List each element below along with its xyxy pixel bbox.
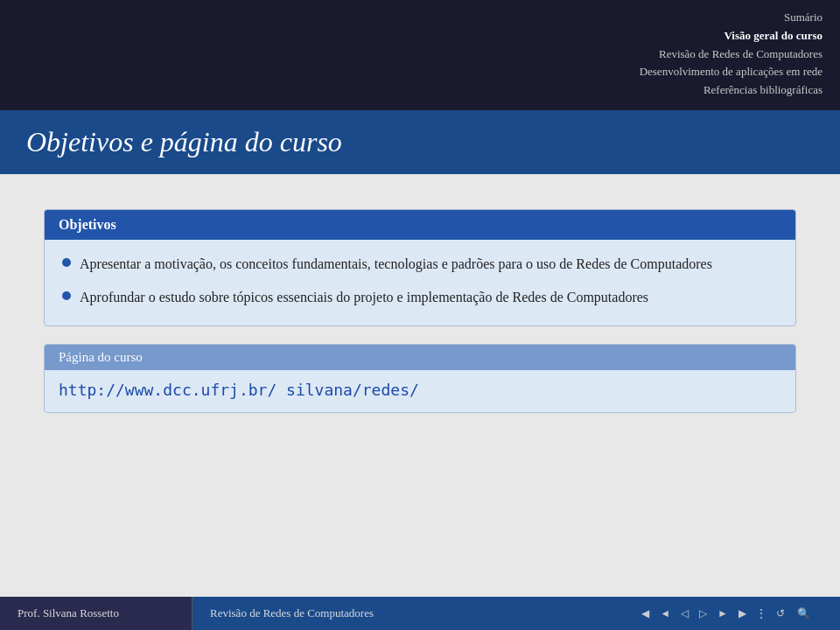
nav-prev-btn[interactable]: ◄: [656, 606, 674, 622]
slide: Sumário Visão geral do curso Revisão de …: [0, 0, 840, 630]
bullet-text-1: Apresentar a motivação, os conceitos fun…: [80, 254, 712, 275]
objectives-box: Objetivos Apresentar a motivação, os con…: [44, 209, 796, 326]
bullet-item-2: Aprofundar o estudo sobre tópicos essenc…: [62, 287, 778, 308]
course-url[interactable]: http://www.dcc.ufrj.br/ silvana/redes/: [59, 381, 419, 399]
footer: Prof. Silvana Rossetto Revisão de Redes …: [0, 597, 840, 630]
footer-controls: ◀ ◄ ◁ ▷ ► ▶ ⋮ ↺ 🔍: [638, 606, 822, 622]
nav-item-sumario[interactable]: Sumário: [784, 9, 822, 27]
nav-controls: ◀ ◄ ◁ ▷ ► ▶: [638, 606, 750, 622]
objectives-box-content: Apresentar a motivação, os conceitos fun…: [45, 240, 795, 326]
nav-item-visao[interactable]: Visão geral do curso: [724, 27, 822, 46]
nav-item-revisao[interactable]: Revisão de Redes de Computadores: [659, 46, 822, 64]
page-box: Página do curso http://www.dcc.ufrj.br/ …: [44, 344, 796, 413]
nav-prev2-btn[interactable]: ◁: [677, 606, 692, 622]
nav-next-btn[interactable]: ►: [714, 606, 732, 622]
bullet-item-1: Apresentar a motivação, os conceitos fun…: [62, 254, 778, 275]
footer-course: Revisão de Redes de Computadores: [210, 606, 374, 620]
nav-item-referencias[interactable]: Referências bibliográficas: [704, 81, 822, 100]
page-box-header: Página do curso: [45, 345, 795, 370]
separator-icon: ⋮: [755, 606, 767, 621]
bullet-dot-1: [62, 258, 71, 267]
footer-author: Prof. Silvana Rossetto: [18, 606, 119, 620]
nav-last-btn[interactable]: ▶: [735, 606, 750, 622]
bullet-dot-2: [62, 291, 71, 300]
bullet-text-2: Aprofundar o estudo sobre tópicos essenc…: [80, 287, 648, 308]
nav-next2-btn[interactable]: ▷: [696, 606, 710, 622]
header-bar: Objetivos e página do curso: [0, 110, 840, 174]
footer-left: Prof. Silvana Rossetto: [0, 597, 192, 630]
nav-item-desenvolvimento[interactable]: Desenvolvimento de aplicações em rede: [640, 63, 822, 81]
zoom-btn[interactable]: ↺: [773, 606, 788, 622]
nav-first-btn[interactable]: ◀: [638, 606, 653, 622]
top-nav: Sumário Visão geral do curso Revisão de …: [0, 0, 840, 110]
footer-right: Revisão de Redes de Computadores ◀ ◄ ◁ ▷…: [192, 597, 840, 630]
main-content: Objetivos Apresentar a motivação, os con…: [0, 174, 840, 597]
page-box-content: http://www.dcc.ufrj.br/ silvana/redes/: [45, 370, 795, 412]
objectives-box-header: Objetivos: [45, 210, 795, 240]
search-btn[interactable]: 🔍: [794, 606, 814, 622]
page-title: Objetivos e página do curso: [26, 126, 814, 158]
